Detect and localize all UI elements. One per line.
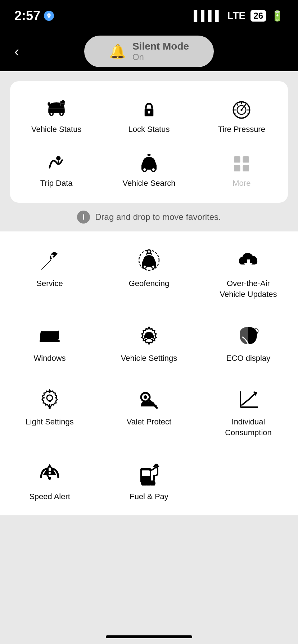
svg-marker-42 — [244, 263, 253, 268]
signal-bars: ▌▌▌▌ — [194, 10, 222, 22]
svg-point-30 — [148, 154, 151, 156]
menu-eco-label: ECO display — [226, 353, 270, 364]
lte-label: LTE — [227, 10, 245, 22]
time-label: 2:57 — [14, 8, 40, 23]
fav-more[interactable]: More — [195, 142, 288, 196]
menu-valet-protect[interactable]: Valet Protect — [99, 373, 199, 448]
svg-rect-44 — [40, 340, 60, 342]
vehicle-settings-icon — [137, 323, 161, 349]
bottom-spacer — [0, 515, 298, 623]
svg-rect-33 — [234, 165, 240, 171]
svg-line-60 — [155, 405, 156, 406]
svg-point-5 — [60, 113, 62, 115]
status-bar: 2:57 ▌▌▌▌ LTE 26 🔋 — [0, 0, 298, 32]
location-icon — [44, 11, 54, 21]
vehicle-search-icon — [139, 153, 159, 175]
fav-more-label: More — [232, 178, 250, 189]
menu-geofencing[interactable]: Geofencing — [99, 235, 199, 309]
menu-windows-label: Windows — [33, 353, 66, 364]
windows-icon — [38, 323, 61, 349]
svg-rect-69 — [142, 470, 150, 476]
service-icon — [38, 248, 61, 274]
info-icon: i — [77, 211, 90, 224]
consumption-icon — [237, 386, 260, 412]
menu-vehicle-settings[interactable]: Vehicle Settings — [99, 310, 199, 374]
menu-light-settings[interactable]: Light Settings — [0, 373, 99, 448]
fav-tire-pressure-label: Tire Pressure — [218, 124, 265, 135]
menu-speed-alert-label: Speed Alert — [29, 491, 70, 502]
menu-consumption[interactable]: IndividualConsumption — [199, 373, 298, 448]
svg-point-38 — [144, 266, 146, 268]
svg-rect-8 — [61, 103, 64, 106]
ota-icon — [237, 248, 260, 274]
svg-rect-66 — [49, 468, 51, 471]
tire-pressure-icon — [231, 99, 252, 121]
menu-light-settings-label: Light Settings — [26, 417, 73, 427]
silent-mode-status: On — [132, 52, 144, 62]
svg-point-4 — [50, 113, 52, 115]
drag-hint-text: Drag and drop to move favorites. — [95, 212, 221, 222]
fav-trip-data-label: Trip Data — [40, 178, 73, 189]
svg-point-50 — [47, 395, 53, 401]
menu-windows[interactable]: Windows — [0, 310, 99, 374]
fav-lock-status-label: Lock Status — [128, 124, 170, 135]
main-grid: Service Geofen — [0, 231, 298, 515]
home-indicator — [106, 635, 192, 638]
fav-vehicle-status-label: Vehicle Status — [31, 124, 81, 135]
favorites-card: Vehicle Status Lock Status — [10, 81, 288, 203]
svg-rect-34 — [243, 165, 249, 171]
svg-point-64 — [48, 477, 51, 480]
svg-line-20 — [245, 104, 246, 105]
status-time: 2:57 — [14, 8, 54, 23]
eco-icon — [237, 323, 260, 349]
menu-vehicle-settings-label: Vehicle Settings — [121, 353, 177, 364]
fuel-pay-icon — [137, 461, 161, 487]
svg-point-23 — [56, 156, 60, 160]
fav-lock-status[interactable]: Lock Status — [103, 88, 195, 142]
svg-line-19 — [237, 104, 238, 105]
main-menu: Service Geofen — [0, 231, 298, 515]
menu-speed-alert[interactable]: Speed Alert — [0, 448, 99, 512]
svg-rect-11 — [148, 112, 150, 114]
menu-fuel-pay[interactable]: Fuel & Pay — [99, 448, 199, 512]
svg-point-58 — [144, 395, 147, 399]
silent-mode-label: Silent Mode — [132, 41, 189, 52]
menu-geofencing-label: Geofencing — [129, 278, 170, 289]
battery-label: 26 — [250, 10, 266, 22]
speed-alert-icon — [38, 461, 61, 487]
geofencing-icon — [137, 248, 161, 274]
valet-icon — [137, 386, 161, 412]
fav-tire-pressure[interactable]: Tire Pressure — [195, 88, 288, 142]
battery-icon: 🔋 — [271, 10, 284, 22]
trip-data-icon — [46, 153, 67, 175]
lock-status-icon — [139, 99, 159, 121]
menu-service-label: Service — [36, 278, 63, 289]
fav-trip-data[interactable]: Trip Data — [10, 142, 103, 196]
menu-ota-label: Over-the-AirVehicle Updates — [220, 278, 277, 299]
svg-point-73 — [155, 467, 157, 468]
vehicle-status-icon — [46, 99, 67, 121]
status-right: ▌▌▌▌ LTE 26 🔋 — [194, 10, 284, 22]
svg-point-49 — [151, 338, 153, 339]
menu-valet-protect-label: Valet Protect — [127, 417, 171, 427]
svg-point-29 — [152, 168, 155, 171]
svg-point-39 — [152, 266, 154, 268]
menu-service[interactable]: Service — [0, 235, 99, 309]
back-button[interactable]: ‹ — [14, 43, 19, 60]
more-icon — [231, 153, 252, 175]
favorites-grid: Vehicle Status Lock Status — [10, 88, 288, 196]
fav-vehicle-status[interactable]: Vehicle Status — [10, 88, 103, 142]
fav-vehicle-search-label: Vehicle Search — [123, 178, 176, 189]
svg-rect-31 — [234, 156, 240, 163]
svg-point-56 — [49, 407, 51, 409]
fav-vehicle-search[interactable]: Vehicle Search — [103, 142, 195, 196]
menu-consumption-label: IndividualConsumption — [225, 417, 272, 438]
svg-point-28 — [143, 168, 146, 171]
silent-mode-pill[interactable]: 🔔 Silent Mode On — [84, 36, 214, 67]
menu-ota[interactable]: Over-the-AirVehicle Updates — [199, 235, 298, 309]
silent-mode-text: Silent Mode On — [132, 41, 189, 62]
svg-point-15 — [241, 109, 243, 111]
menu-eco[interactable]: ECO display — [199, 310, 298, 374]
svg-point-67 — [49, 472, 51, 474]
top-bar: ‹ 🔔 Silent Mode On — [0, 32, 298, 71]
